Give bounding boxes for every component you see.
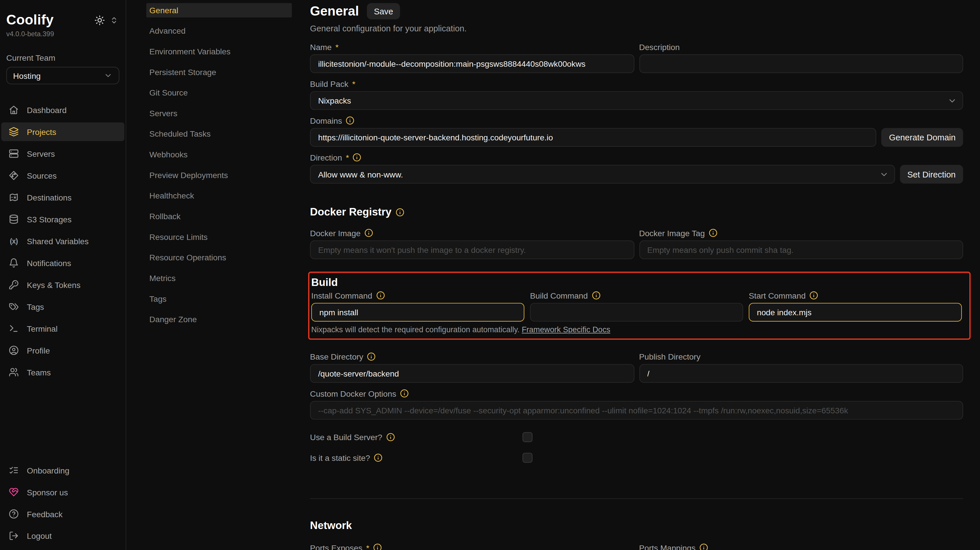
- sidebar-item-teams[interactable]: Teams: [1, 363, 124, 382]
- sidebar-item-s3-storages[interactable]: S3 Storages: [1, 210, 124, 228]
- sun-icon[interactable]: [94, 15, 105, 25]
- name-input[interactable]: [310, 54, 634, 73]
- static-site-row: Is it a static site?: [310, 453, 963, 463]
- build-section-title: Build: [311, 277, 962, 289]
- tab-scheduled-tasks[interactable]: Scheduled Tasks: [146, 127, 292, 141]
- sidebar-item-label: Sponsor us: [27, 487, 68, 497]
- info-icon[interactable]: [592, 291, 600, 300]
- base-directory-field: Base Directory: [310, 352, 634, 383]
- required-asterisk: *: [352, 79, 355, 89]
- coolify-app: Coolify v4.0.0-beta.399 Current Team Hos…: [0, 0, 980, 550]
- sidebar-item-tags[interactable]: Tags: [1, 297, 124, 316]
- tab-rollback[interactable]: Rollback: [146, 209, 292, 223]
- domains-input[interactable]: [310, 128, 877, 147]
- tab-advanced[interactable]: Advanced: [146, 24, 292, 38]
- sidebar-item-profile[interactable]: Profile: [1, 341, 124, 360]
- set-direction-button[interactable]: Set Direction: [900, 165, 963, 184]
- tab-tags[interactable]: Tags: [146, 292, 292, 306]
- docker-image-tag-input[interactable]: [639, 241, 963, 259]
- info-icon[interactable]: [376, 291, 385, 300]
- sidebar-item-label: S3 Storages: [27, 215, 72, 224]
- tab-resource-limits[interactable]: Resource Limits: [146, 230, 292, 244]
- tab-healthcheck[interactable]: Healthcheck: [146, 189, 292, 203]
- sidebar-item-projects[interactable]: Projects: [1, 122, 124, 141]
- start-command-label: Start Command: [749, 290, 962, 300]
- custom-docker-options-input[interactable]: [310, 401, 963, 420]
- sidebar-item-onboarding[interactable]: Onboarding: [1, 461, 124, 480]
- key-icon: [9, 280, 19, 290]
- sidebar-item-logout[interactable]: Logout: [1, 526, 124, 545]
- framework-docs-link[interactable]: Framework Specific Docs: [522, 325, 610, 334]
- docker-image-label: Docker Image: [310, 228, 634, 238]
- sidebar-item-sponsor-us[interactable]: Sponsor us: [1, 483, 124, 501]
- use-build-server-checkbox[interactable]: [523, 432, 533, 442]
- build-section-highlight: Build Install Command Build Command: [308, 271, 970, 340]
- sidebar-item-notifications[interactable]: Notifications: [1, 254, 124, 272]
- sidebar-item-label: Tags: [27, 302, 44, 312]
- tab-servers[interactable]: Servers: [146, 106, 292, 120]
- sidebar-item-destinations[interactable]: Destinations: [1, 188, 124, 206]
- info-icon[interactable]: [373, 544, 382, 550]
- info-icon[interactable]: [809, 291, 818, 300]
- domains-field: Domains: [310, 116, 877, 147]
- info-icon[interactable]: [353, 153, 361, 162]
- direction-field: Direction * Allow www & non-www.: [310, 152, 895, 184]
- required-asterisk: *: [336, 42, 339, 52]
- info-icon[interactable]: [374, 453, 382, 462]
- network-section-header: Network: [310, 520, 963, 532]
- tab-preview-deployments[interactable]: Preview Deployments: [146, 168, 292, 182]
- build-pack-label: Build Pack *: [310, 79, 963, 89]
- install-command-input[interactable]: [311, 303, 524, 322]
- tab-webhooks[interactable]: Webhooks: [146, 147, 292, 162]
- tab-environment-variables[interactable]: Environment Variables: [146, 44, 292, 59]
- info-icon[interactable]: [364, 229, 373, 237]
- start-command-input[interactable]: [749, 303, 962, 322]
- team-select[interactable]: Hosting: [6, 67, 119, 84]
- build-pack-select[interactable]: Nixpacks: [310, 91, 963, 110]
- docker-image-input[interactable]: [310, 241, 634, 259]
- sidebar-item-feedback[interactable]: Feedback: [1, 504, 124, 523]
- tab-resource-operations[interactable]: Resource Operations: [146, 250, 292, 265]
- info-icon[interactable]: [400, 389, 409, 398]
- info-icon[interactable]: [708, 229, 717, 237]
- info-icon[interactable]: [396, 208, 404, 217]
- sidebar-item-dashboard[interactable]: Dashboard: [1, 101, 124, 119]
- chevron-down-icon: [879, 170, 889, 179]
- publish-directory-input[interactable]: [639, 364, 963, 383]
- tab-git-source[interactable]: Git Source: [146, 86, 292, 100]
- logout-icon: [9, 531, 19, 541]
- tab-general[interactable]: General: [146, 3, 292, 17]
- sidebar-item-servers[interactable]: Servers: [1, 144, 124, 163]
- direction-select[interactable]: Allow www & non-www.: [310, 165, 895, 184]
- info-icon[interactable]: [367, 352, 376, 361]
- tab-danger-zone[interactable]: Danger Zone: [146, 312, 292, 327]
- bell-icon: [9, 258, 19, 268]
- users-icon: [9, 367, 19, 377]
- user-circle-icon: [9, 346, 19, 355]
- save-button[interactable]: Save: [367, 3, 400, 19]
- variable-icon: (x): [9, 237, 19, 245]
- sidebar-item-shared-variables[interactable]: (x) Shared Variables: [1, 231, 124, 250]
- help-circle-icon: [9, 509, 19, 519]
- build-command-input[interactable]: [530, 303, 743, 322]
- tab-persistent-storage[interactable]: Persistent Storage: [146, 65, 292, 79]
- chevrons-up-down-icon[interactable]: [110, 16, 118, 24]
- sidebar-item-label: Teams: [27, 368, 51, 377]
- sidebar-item-keys-tokens[interactable]: Keys & Tokens: [1, 275, 124, 294]
- info-icon[interactable]: [346, 116, 355, 125]
- app-version: v4.0.0-beta.399: [6, 30, 119, 37]
- sidebar-item-terminal[interactable]: Terminal: [1, 319, 124, 338]
- base-directory-input[interactable]: [310, 364, 634, 383]
- info-icon[interactable]: [386, 433, 395, 441]
- tab-metrics[interactable]: Metrics: [146, 271, 292, 285]
- sidebar-item-label: Servers: [27, 149, 55, 159]
- info-icon[interactable]: [699, 544, 708, 550]
- sidebar-item-label: Profile: [27, 346, 50, 355]
- start-command-field: Start Command: [749, 290, 962, 322]
- generate-domain-button[interactable]: Generate Domain: [881, 128, 963, 147]
- app-logo[interactable]: Coolify: [6, 12, 54, 28]
- description-input[interactable]: [639, 54, 963, 73]
- static-site-checkbox[interactable]: [523, 453, 533, 463]
- build-pack-value: Nixpacks: [318, 96, 351, 105]
- sidebar-item-sources[interactable]: Sources: [1, 166, 124, 185]
